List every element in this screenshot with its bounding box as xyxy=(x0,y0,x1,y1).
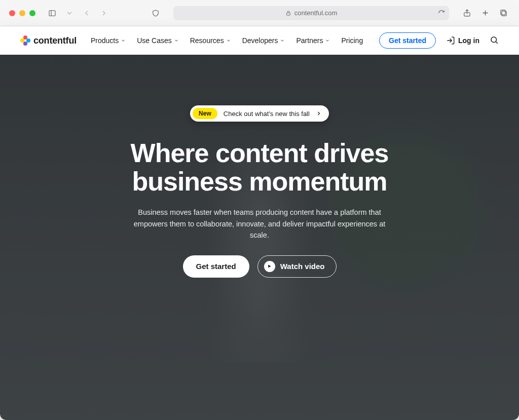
nav-developers[interactable]: Developers xyxy=(242,36,285,45)
site-header: contentful Products Use Cases Resources … xyxy=(0,26,519,55)
hero-ctas: Get started Watch video xyxy=(183,255,337,278)
address-bar-host: contentful.com xyxy=(294,9,338,17)
login-link[interactable]: Log in xyxy=(446,36,479,45)
address-bar[interactable]: contentful.com xyxy=(173,6,449,20)
announcement-pill[interactable]: New Check out what's new this fall xyxy=(190,105,329,122)
chevron-down-icon xyxy=(174,38,179,43)
svg-line-10 xyxy=(496,42,497,43)
hero-title-line: business momentum xyxy=(132,167,387,196)
hero-get-started-button[interactable]: Get started xyxy=(183,255,249,278)
watch-video-button[interactable]: Watch video xyxy=(257,255,337,278)
svg-rect-2 xyxy=(286,13,290,15)
browser-toolbar: contentful.com xyxy=(0,0,519,26)
nav-use-cases[interactable]: Use Cases xyxy=(137,36,178,45)
play-icon xyxy=(264,261,275,272)
share-icon[interactable] xyxy=(460,7,473,20)
svg-point-9 xyxy=(491,37,497,43)
hero-subtitle: Business moves faster when teams produci… xyxy=(128,207,391,241)
svg-rect-0 xyxy=(49,10,55,16)
chevron-right-icon xyxy=(316,110,322,117)
back-button[interactable] xyxy=(80,7,93,20)
button-label: Watch video xyxy=(280,262,325,271)
brand-name: contentful xyxy=(33,35,77,46)
page: contentful Products Use Cases Resources … xyxy=(0,26,519,420)
nav-label: Pricing xyxy=(341,36,363,45)
button-label: Get started xyxy=(196,262,236,271)
nav-label: Partners xyxy=(296,36,323,45)
login-icon xyxy=(446,36,455,45)
search-icon xyxy=(490,35,499,45)
forward-button[interactable] xyxy=(97,7,110,20)
nav-partners[interactable]: Partners xyxy=(296,36,330,45)
search-button[interactable] xyxy=(490,35,499,46)
new-tab-icon[interactable] xyxy=(478,7,492,20)
svg-rect-6 xyxy=(501,11,506,16)
primary-nav: Products Use Cases Resources Developers … xyxy=(91,36,363,45)
logo-mark-icon xyxy=(20,35,30,46)
nav-label: Developers xyxy=(242,36,278,45)
hero-title-line: Where content drives xyxy=(131,138,389,168)
minimize-window-button[interactable] xyxy=(19,10,25,16)
chevron-down-icon xyxy=(325,38,330,43)
chevron-down-icon[interactable] xyxy=(63,7,76,20)
nav-products[interactable]: Products xyxy=(91,36,126,45)
svg-marker-11 xyxy=(268,265,271,268)
maximize-window-button[interactable] xyxy=(29,10,35,16)
close-window-button[interactable] xyxy=(9,10,15,16)
window-controls xyxy=(9,10,35,16)
nav-pricing[interactable]: Pricing xyxy=(341,36,363,45)
chevron-down-icon xyxy=(280,38,285,43)
svg-rect-7 xyxy=(500,10,505,15)
nav-label: Use Cases xyxy=(137,36,171,45)
new-badge: New xyxy=(193,108,217,119)
hero: New Check out what's new this fall Where… xyxy=(0,55,519,420)
announcement-text: Check out what's new this fall xyxy=(224,110,310,118)
brand-logo[interactable]: contentful xyxy=(20,35,77,46)
nav-label: Resources xyxy=(190,36,224,45)
get-started-button[interactable]: Get started xyxy=(379,32,436,49)
sidebar-toggle-icon[interactable] xyxy=(46,7,59,20)
nav-label: Products xyxy=(91,36,119,45)
login-label: Log in xyxy=(458,36,479,45)
nav-resources[interactable]: Resources xyxy=(190,36,231,45)
tabs-overview-icon[interactable] xyxy=(497,7,510,20)
button-label: Get started xyxy=(389,36,426,45)
hero-title: Where content drives business momentum xyxy=(131,139,389,196)
shield-icon[interactable] xyxy=(149,7,162,20)
lock-icon xyxy=(285,10,291,16)
chevron-down-icon xyxy=(226,38,231,43)
reload-icon[interactable] xyxy=(438,10,445,17)
chevron-down-icon xyxy=(121,38,126,43)
